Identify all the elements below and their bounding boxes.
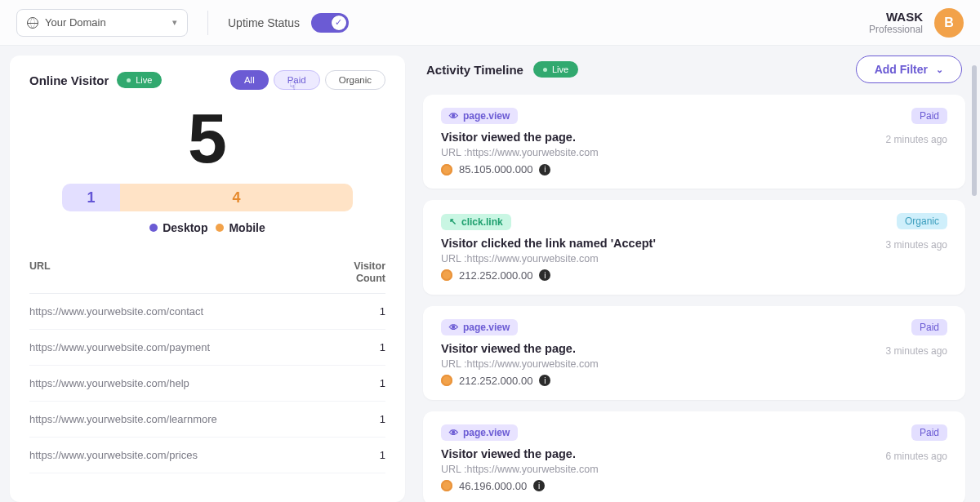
- chevron-down-icon: ▾: [172, 17, 177, 28]
- activity-timeline-title: Activity Timeline: [426, 63, 523, 77]
- filter-paid[interactable]: Paid ☟: [274, 70, 320, 90]
- timeline-card[interactable]: 👁page.viewPaidVisitor viewed the page.UR…: [423, 95, 965, 189]
- eye-icon: 👁: [449, 428, 458, 438]
- device-legend: Desktop Mobile: [29, 221, 385, 234]
- info-icon[interactable]: i: [533, 480, 545, 491]
- table-row[interactable]: https://www.yourwebsite.com/payment1: [29, 330, 385, 366]
- event-url: URL :https://www.yourwebsite.com: [441, 147, 947, 158]
- url-cell: https://www.yourwebsite.com/prices: [29, 449, 336, 461]
- event-url: URL :https://www.yourwebsite.com: [441, 464, 947, 475]
- chevron-down-icon: ⌄: [936, 64, 943, 75]
- event-tag-label: page.view: [463, 110, 510, 122]
- live-label-right: Live: [552, 64, 568, 74]
- coin-icon: [441, 164, 452, 175]
- device-split-bar: 1 4: [62, 184, 353, 211]
- count-cell: 1: [336, 413, 385, 425]
- event-url: URL :https://www.yourwebsite.com: [441, 358, 947, 370]
- event-title: Visitor viewed the page.: [441, 447, 947, 460]
- count-cell: 1: [336, 341, 385, 353]
- table-row[interactable]: https://www.yourwebsite.com/help1: [29, 366, 385, 402]
- timeline-card[interactable]: ↖click.linkOrganicVisitor clicked the li…: [423, 200, 965, 295]
- mobile-dot-icon: [216, 224, 224, 232]
- url-cell: https://www.yourwebsite.com/contact: [29, 305, 336, 318]
- activity-timeline-panel: Activity Timeline Live Add Filter ⌄ 👁pag…: [418, 56, 970, 502]
- domain-placeholder: Your Domain: [45, 16, 106, 29]
- event-tag-label: page.view: [463, 427, 510, 438]
- timeline-card[interactable]: 👁page.viewPaidVisitor viewed the page.UR…: [423, 411, 965, 503]
- eye-icon: 👁: [449, 111, 458, 121]
- info-icon[interactable]: i: [539, 375, 550, 386]
- ip-row: 212.252.000.00i: [441, 269, 947, 282]
- mobile-segment: 4: [120, 184, 353, 211]
- timeline-list: 👁page.viewPaidVisitor viewed the page.UR…: [418, 95, 970, 502]
- live-pill-left: Live: [117, 72, 162, 88]
- add-filter-label: Add Filter: [875, 63, 928, 76]
- event-tag: 👁page.view: [441, 424, 518, 441]
- desktop-dot-icon: [149, 224, 158, 232]
- source-badge: Paid: [911, 319, 947, 335]
- source-badge: Paid: [911, 424, 947, 441]
- coin-icon: [441, 480, 452, 491]
- count-cell: 1: [336, 449, 385, 461]
- ip-row: 46.196.000.00i: [441, 480, 947, 492]
- visitor-filter-group: All Paid ☟ Organic: [230, 70, 385, 90]
- event-tag-label: page.view: [463, 322, 510, 333]
- col-url-header: URL: [29, 260, 336, 285]
- topbar: Your Domain ▾ Uptime Status ✓ WASK Profe…: [0, 0, 980, 46]
- info-icon[interactable]: i: [539, 164, 550, 175]
- online-visitor-title: Online Visitor: [29, 73, 109, 87]
- scrollbar[interactable]: [972, 65, 977, 196]
- time-ago: 2 minutes ago: [886, 134, 947, 145]
- url-table: URL VisitorCount https://www.yourwebsite…: [29, 252, 385, 473]
- filter-organic[interactable]: Organic: [325, 70, 385, 90]
- event-tag: ↖click.link: [441, 214, 511, 230]
- event-title: Visitor viewed the page.: [441, 342, 947, 355]
- main: Online Visitor Live All Paid ☟ Organic 5…: [0, 46, 980, 502]
- brand-block: WASK Professional: [869, 10, 923, 35]
- table-row[interactable]: https://www.yourwebsite.com/learnmore1: [29, 402, 385, 438]
- ip-value: 212.252.000.00: [459, 269, 532, 282]
- table-row[interactable]: https://www.yourwebsite.com/contact1: [29, 294, 385, 330]
- add-filter-button[interactable]: Add Filter ⌄: [856, 56, 962, 83]
- url-cell: https://www.yourwebsite.com/payment: [29, 341, 336, 353]
- filter-all[interactable]: All: [230, 70, 269, 90]
- count-cell: 1: [336, 305, 385, 318]
- event-tag-label: click.link: [461, 216, 503, 228]
- source-badge: Organic: [897, 213, 947, 229]
- event-title: Visitor clicked the link named 'Accept': [441, 237, 947, 250]
- count-cell: 1: [336, 377, 385, 389]
- online-visitor-count: 5: [29, 98, 385, 179]
- brand-plan: Professional: [869, 24, 923, 35]
- uptime-label: Uptime Status: [228, 16, 300, 29]
- ip-value: 85.105.000.000: [459, 163, 532, 175]
- coin-icon: [441, 375, 452, 386]
- event-title: Visitor viewed the page.: [441, 131, 947, 144]
- online-visitor-panel: Online Visitor Live All Paid ☟ Organic 5…: [10, 56, 405, 502]
- ip-value: 46.196.000.00: [459, 480, 527, 492]
- divider: [207, 11, 208, 35]
- domain-dropdown[interactable]: Your Domain ▾: [16, 9, 188, 37]
- event-url: URL :https://www.yourwebsite.com: [441, 253, 947, 264]
- eye-icon: 👁: [449, 322, 458, 332]
- live-dot-icon: [543, 68, 547, 72]
- avatar[interactable]: B: [934, 8, 964, 38]
- live-pill-right: Live: [533, 61, 578, 78]
- time-ago: 3 minutes ago: [886, 345, 947, 357]
- legend-desktop: Desktop: [163, 221, 207, 234]
- timeline-card[interactable]: 👁page.viewPaidVisitor viewed the page.UR…: [423, 306, 965, 400]
- globe-icon: [27, 17, 38, 29]
- event-tag: 👁page.view: [441, 108, 518, 124]
- ip-row: 85.105.000.000i: [441, 163, 947, 175]
- avatar-letter: B: [944, 16, 954, 30]
- uptime-toggle[interactable]: ✓: [311, 13, 349, 33]
- ip-row: 212.252.000.00i: [441, 375, 947, 387]
- desktop-segment: 1: [62, 184, 120, 211]
- url-cell: https://www.yourwebsite.com/help: [29, 377, 336, 389]
- table-row[interactable]: https://www.yourwebsite.com/prices1: [29, 438, 385, 473]
- filter-paid-label: Paid: [287, 75, 306, 85]
- info-icon[interactable]: i: [539, 269, 550, 281]
- ip-value: 212.252.000.00: [459, 375, 532, 387]
- time-ago: 3 minutes ago: [886, 239, 947, 251]
- coin-icon: [441, 269, 452, 281]
- live-dot-icon: [127, 78, 131, 82]
